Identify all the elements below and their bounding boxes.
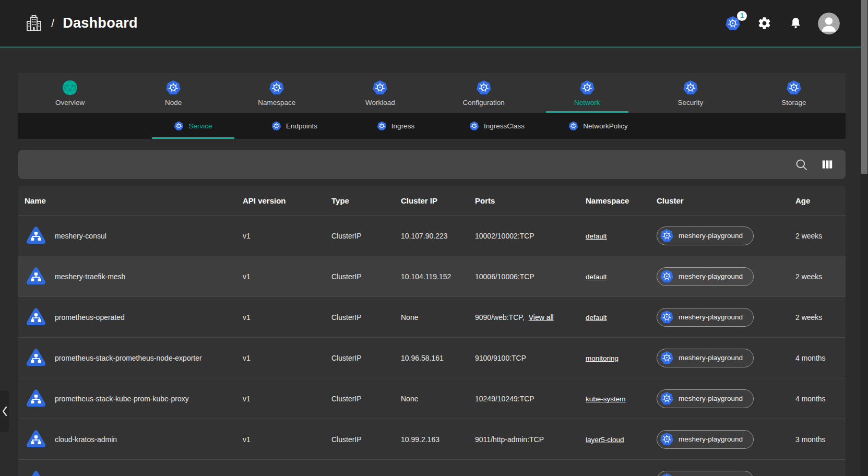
namespace-link[interactable]: default xyxy=(586,273,607,281)
api-version-value: v1 xyxy=(243,272,331,281)
service-name: prometheus-stack-prometheus-node-exporte… xyxy=(55,354,202,362)
service-resource-icon xyxy=(25,224,47,247)
type-value: ClusterIP xyxy=(331,395,401,403)
view-columns-button[interactable] xyxy=(819,157,835,172)
ports-value: 9011/http-admin:TCP xyxy=(475,435,544,444)
namespace-link[interactable]: default xyxy=(586,314,607,322)
age-value: 4 months xyxy=(795,354,846,362)
table-row[interactable]: prometheus-stack-prometheus-node-exporte… xyxy=(18,337,846,378)
notifications-button[interactable] xyxy=(787,15,804,32)
kubernetes-icon xyxy=(579,80,595,96)
kubernetes-context-button[interactable]: 1 xyxy=(724,15,742,32)
resource-tab[interactable]: Configuration xyxy=(432,73,536,113)
cluster-chip-label: meshery-playground xyxy=(679,395,743,402)
cluster-cell: meshery-playground xyxy=(657,471,795,476)
kubernetes-icon xyxy=(165,80,181,96)
resource-tab[interactable]: Namespace xyxy=(225,73,328,113)
service-resource-icon xyxy=(25,387,47,410)
sub-tab-label: Endpoints xyxy=(286,122,317,130)
namespace-cell: kube-system xyxy=(586,395,657,403)
table-body: meshery-consul v1 ClusterIP 10.107.90.22… xyxy=(18,215,846,476)
table-row[interactable]: prometheus-operated v1 ClusterIP None 90… xyxy=(18,296,846,337)
cluster-cell: meshery-playground xyxy=(657,267,795,286)
cluster-ip-value: 10.99.2.163 xyxy=(401,435,475,444)
person-icon xyxy=(818,13,840,34)
kubernetes-icon xyxy=(660,269,674,283)
search-button[interactable] xyxy=(793,157,809,172)
namespace-cell: default xyxy=(586,313,657,322)
cluster-ip-value: 10.104.119.152 xyxy=(401,272,475,281)
sub-tab[interactable]: Service xyxy=(142,113,244,139)
table-row[interactable]: meshery-consul v1 ClusterIP 10.107.90.22… xyxy=(18,215,846,256)
namespace-link[interactable]: kube-system xyxy=(586,395,626,403)
service-name-cell: cloud-kratos-admin xyxy=(25,428,243,451)
cluster-chip[interactable]: meshery-playground xyxy=(657,267,754,286)
page-scrollbar-thumb[interactable] xyxy=(861,0,867,174)
cluster-ip-value: None xyxy=(401,313,475,322)
api-version-value: v1 xyxy=(243,435,331,444)
resource-tab-label: Namespace xyxy=(258,99,295,106)
page-scrollbar-track[interactable] xyxy=(861,0,868,476)
kubernetes-icon xyxy=(660,391,674,406)
column-header-namespace: Namespace xyxy=(586,196,657,205)
drawer-collapse-handle[interactable] xyxy=(0,390,9,432)
cluster-chip[interactable]: meshery-playground xyxy=(657,471,754,476)
cluster-chip-label: meshery-playground xyxy=(679,313,743,321)
cluster-chip[interactable]: meshery-playground xyxy=(657,227,754,245)
api-version-value: v1 xyxy=(243,313,331,322)
table-row[interactable]: prometheus-stack-kube-prom-kube-proxy v1… xyxy=(18,378,846,419)
type-value: ClusterIP xyxy=(331,232,401,240)
kubernetes-icon xyxy=(568,121,578,131)
view-columns-icon xyxy=(821,158,834,171)
resource-tab[interactable]: Network xyxy=(536,73,639,113)
api-version-value: v1 xyxy=(243,395,331,403)
service-resource-icon xyxy=(25,469,47,476)
sub-tab[interactable]: Ingress xyxy=(345,113,446,139)
user-avatar[interactable] xyxy=(818,13,840,34)
settings-button[interactable] xyxy=(755,15,773,32)
kubernetes-icon xyxy=(660,432,674,446)
cluster-chip-label: meshery-playground xyxy=(679,272,743,280)
namespace-link[interactable]: layer5-cloud xyxy=(586,436,624,444)
table-row[interactable]: meshery-traefik-mesh v1 ClusterIP 10.104… xyxy=(18,256,846,296)
namespace-cell: layer5-cloud xyxy=(586,435,657,444)
resource-tab[interactable]: Node xyxy=(122,73,225,113)
context-count-badge: 1 xyxy=(737,11,747,21)
table-row[interactable]: cloud-kratos-admin v1 ClusterIP 10.99.2.… xyxy=(18,419,846,459)
sub-tab[interactable]: IngressClass xyxy=(446,113,548,139)
api-version-value: v1 xyxy=(243,232,331,240)
dashboard-content: Overview Node Namespace Workload Configu… xyxy=(18,73,846,476)
namespace-link[interactable]: default xyxy=(586,232,607,240)
resource-tab[interactable]: Storage xyxy=(742,73,846,113)
type-value: ClusterIP xyxy=(331,272,401,281)
ports-cell: 9011/http-admin:TCP xyxy=(475,435,586,444)
ports-value: 10006/10006:TCP xyxy=(475,272,534,281)
resource-tab[interactable]: Overview xyxy=(18,73,122,113)
cluster-chip[interactable]: meshery-playground xyxy=(657,430,754,449)
resource-tab-label: Network xyxy=(574,99,600,106)
namespace-link[interactable]: monitoring xyxy=(586,354,619,362)
cluster-cell: meshery-playground xyxy=(657,308,795,327)
sub-tab[interactable]: Endpoints xyxy=(244,113,345,139)
namespace-cell: default xyxy=(586,272,657,281)
ports-view-all-link[interactable]: View all xyxy=(529,313,554,322)
table-toolbar xyxy=(18,150,846,179)
cluster-cell: meshery-playground xyxy=(657,389,795,408)
service-name-cell: meshery-consul xyxy=(25,224,243,247)
cluster-chip[interactable]: meshery-playground xyxy=(657,349,754,367)
resource-tabs: Overview Node Namespace Workload Configu… xyxy=(18,73,846,113)
resource-tab[interactable]: Security xyxy=(639,73,742,113)
cluster-chip[interactable]: meshery-playground xyxy=(657,389,754,408)
ports-cell: 10249/10249:TCP xyxy=(475,395,586,403)
resource-tab-label: Configuration xyxy=(462,99,504,106)
cluster-cell: meshery-playground xyxy=(657,430,795,449)
resource-tab[interactable]: Workload xyxy=(328,73,432,113)
cluster-chip-label: meshery-playground xyxy=(679,354,743,362)
sub-tab-label: NetworkPolicy xyxy=(583,122,628,130)
sub-tab[interactable]: NetworkPolicy xyxy=(548,113,649,139)
table-row[interactable]: meshery meshery-playground xyxy=(18,459,846,476)
service-resource-icon xyxy=(25,265,47,288)
cluster-chip[interactable]: meshery-playground xyxy=(657,308,754,327)
cluster-ip-value: 10.96.58.161 xyxy=(401,354,475,362)
column-header-type: Type xyxy=(331,196,401,205)
